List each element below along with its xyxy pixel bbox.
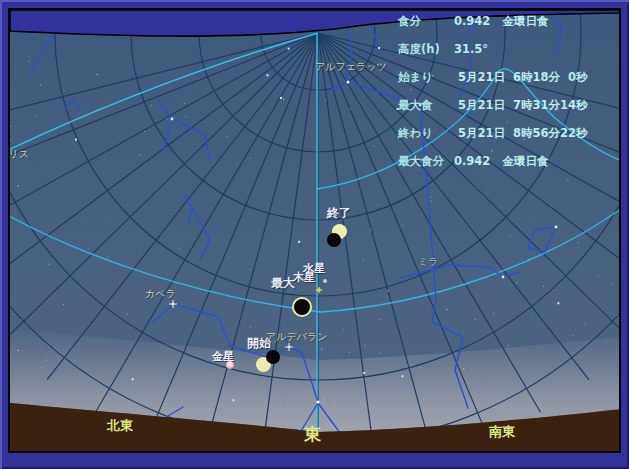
sky-chart-canvas — [10, 10, 619, 451]
mercury-marker[interactable] — [323, 279, 327, 283]
moon-disc-end[interactable] — [327, 233, 341, 247]
venus-marker[interactable] — [226, 361, 234, 369]
moon-disc-start[interactable] — [266, 350, 280, 364]
alpheratz-star — [347, 81, 350, 84]
annular-eclipse-disc[interactable] — [292, 297, 312, 317]
app-window: 食分 0.942 金環日食 高度(h) 31.5° 始まり 5月21日 6時18… — [0, 0, 629, 469]
sky-chart[interactable]: 食分 0.942 金環日食 高度(h) 31.5° 始まり 5月21日 6時18… — [8, 8, 621, 453]
